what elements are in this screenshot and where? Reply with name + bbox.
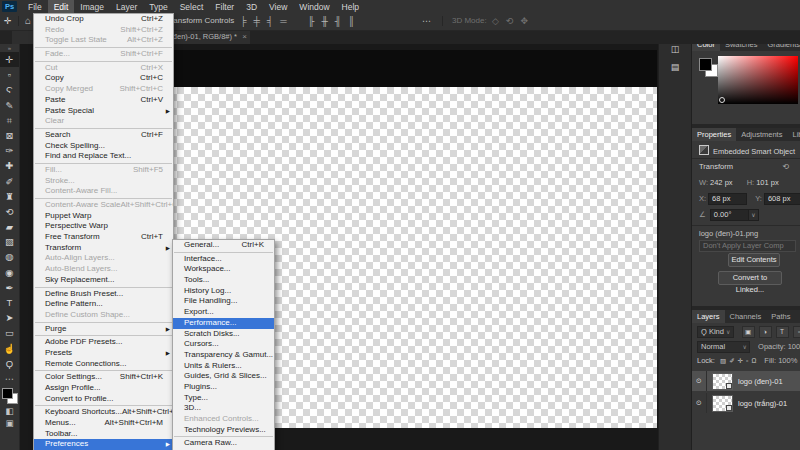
frame-tool[interactable]: ⊠ [0, 128, 19, 143]
eraser-tool[interactable]: ▰ [0, 219, 19, 234]
align-top-icon[interactable]: ═ [280, 13, 286, 29]
foreground-color-swatch[interactable] [699, 58, 712, 71]
collapsed-panel-icon-2[interactable]: ▤ [671, 62, 680, 72]
menu-item[interactable]: Redo Shift+Ctrl+Z [34, 25, 173, 36]
submenu-item[interactable]: Scratch Disks... [173, 329, 274, 340]
convert-to-linked-button[interactable]: Convert to Linked... [718, 271, 782, 285]
menu-bar-item[interactable]: Image [74, 0, 110, 13]
menu-item[interactable]: Fill... Shift+F5 [34, 165, 173, 176]
menu-item[interactable]: Paste Ctrl+V [34, 95, 173, 106]
kind-filter-select[interactable]: Ϙ Kind ∨ [697, 326, 734, 338]
menu-item[interactable]: Assign Profile... [34, 383, 173, 394]
filter-type-icon[interactable]: T [776, 326, 789, 338]
layer-thumbnail[interactable] [712, 373, 733, 390]
menu-item[interactable]: Search Ctrl+F [34, 130, 173, 141]
menu-bar-item[interactable]: Select [174, 0, 210, 13]
submenu-item[interactable]: Units & Rulers... [173, 361, 274, 372]
edit-contents-button[interactable]: Edit Contents [728, 253, 780, 267]
menu-item[interactable]: Keyboard Shortcuts... Alt+Shift+Ctrl+K [34, 407, 173, 418]
move-tool[interactable]: ✛ [0, 52, 19, 67]
lock-position-icon[interactable]: ✛ [738, 357, 743, 365]
3d-roll-icon[interactable]: ⟲ [506, 13, 514, 29]
healing-brush-tool[interactable]: ✚ [0, 158, 19, 173]
lasso-tool[interactable]: Ϛ [0, 82, 19, 97]
blend-mode-select[interactable]: Normal∨ [697, 341, 750, 353]
marquee-tool[interactable]: ▫ [0, 67, 19, 82]
saturation-brightness-picker[interactable] [718, 56, 798, 104]
menu-bar-item[interactable]: Help [336, 0, 365, 13]
menu-item[interactable]: Content-Aware Fill... [34, 186, 173, 197]
menu-item[interactable]: Remote Connections... [34, 359, 173, 370]
panel-tab[interactable]: Channels [725, 310, 767, 323]
distribute-left-icon[interactable]: ╟ [308, 13, 314, 29]
fill-control[interactable]: Fill: 100% [764, 356, 797, 365]
zoom-tool[interactable]: Ϙ [0, 356, 19, 371]
menu-item[interactable]: Define Custom Shape... [34, 310, 173, 321]
collapse-toolbar-icon[interactable]: » [8, 44, 11, 52]
angle-field[interactable]: 0.00° [710, 209, 749, 221]
menu-item[interactable]: Auto-Align Layers... [34, 253, 173, 264]
gradient-tool[interactable]: ▧ [0, 234, 19, 249]
menu-item[interactable]: Find and Replace Text... [34, 151, 173, 162]
panel-tab[interactable]: Adjustments [736, 128, 787, 141]
menu-bar-item[interactable]: Filter [209, 0, 240, 13]
menu-item[interactable]: Cut Ctrl+X [34, 63, 173, 74]
menu-item[interactable]: Stroke... [34, 176, 173, 187]
quick-mask-icon[interactable]: ◧ [0, 405, 19, 417]
pen-tool[interactable]: ✒ [0, 280, 19, 295]
filter-adjustment-icon[interactable]: ◑ [759, 326, 772, 338]
menu-item[interactable]: Toggle Last State Alt+Ctrl+Z [34, 35, 173, 46]
menu-item[interactable]: Adobe PDF Presets... [34, 337, 173, 348]
menu-item[interactable]: Check Spelling... [34, 141, 173, 152]
submenu-item[interactable]: Performance... [173, 318, 274, 329]
logo (đen)-01[interactable]: ⊙ logo (đen)-01 [692, 371, 800, 391]
type-tool[interactable]: T [0, 295, 19, 310]
menu-item[interactable]: Clear [34, 116, 173, 127]
menu-bar-item[interactable]: View [263, 0, 293, 13]
panel-tab[interactable]: Paths [766, 310, 795, 323]
submenu-item[interactable]: Plugins... [173, 382, 274, 393]
edit-toolbar-button[interactable]: ⋯ [0, 371, 19, 386]
menu-item[interactable]: Color Settings... Shift+Ctrl+K [34, 372, 173, 383]
menu-item[interactable]: Paste Special ▶ [34, 106, 173, 117]
menu-bar-item[interactable]: Type [143, 0, 173, 13]
menu-item[interactable]: Convert to Profile... [34, 394, 173, 405]
submenu-item[interactable]: History Log... [173, 286, 274, 297]
panel-tab[interactable]: Libraries [787, 128, 800, 141]
blur-tool[interactable]: ◍ [0, 249, 19, 264]
layer-thumbnail[interactable] [712, 395, 733, 412]
3d-pan-icon[interactable]: ✥ [520, 13, 528, 29]
close-icon[interactable]: × [242, 30, 247, 44]
home-icon[interactable]: ⌂ [25, 13, 31, 29]
menu-item[interactable]: Presets ▶ [34, 348, 173, 359]
menu-item[interactable]: Preferences ▶ [34, 439, 173, 450]
menu-item[interactable]: Free Transform Ctrl+T [34, 232, 173, 243]
menu-item[interactable]: Define Pattern... [34, 299, 173, 310]
panel-tab[interactable]: Layers [692, 310, 725, 323]
menu-bar-item[interactable]: Window [293, 0, 335, 13]
menu-item[interactable]: Content-Aware Scale Alt+Shift+Ctrl+C [34, 200, 173, 211]
lock-pixels-icon[interactable]: ✐ [729, 357, 734, 365]
lock-all-icon[interactable]: Ω [751, 357, 756, 365]
menu-item[interactable]: Toolbar... [34, 429, 173, 440]
logo (trắng)-01[interactable]: ⊙ logo (trắng)-01 [692, 393, 800, 413]
visibility-eye-icon[interactable]: ⊙ [692, 393, 707, 413]
submenu-item[interactable]: General... Ctrl+K [173, 240, 274, 251]
distribute-vertical-icon[interactable]: ║ [348, 13, 354, 29]
menu-item[interactable]: Transform ▶ [34, 243, 173, 254]
distribute-right-icon[interactable]: ╢ [335, 13, 341, 29]
menu-item[interactable]: Puppet Warp [34, 211, 173, 222]
menu-item[interactable]: Purge ▶ [34, 324, 173, 335]
menu-bar-item[interactable]: Layer [110, 0, 143, 13]
submenu-item[interactable]: Type... [173, 393, 274, 404]
submenu-item[interactable]: 3D... [173, 403, 274, 414]
submenu-item[interactable]: Interface... [173, 254, 274, 265]
panel-tab[interactable]: Properties [692, 128, 736, 141]
crop-tool[interactable]: ⌗ [0, 113, 19, 128]
opacity-control[interactable]: Opacity: 100% [758, 342, 800, 351]
x-position-field[interactable]: 68 px [708, 193, 747, 205]
menu-item[interactable]: Fade... Shift+Ctrl+F [34, 49, 173, 60]
reset-transform-icon[interactable]: ⟲ [782, 162, 789, 171]
history-brush-tool[interactable]: ⟲ [0, 204, 19, 219]
submenu-item[interactable]: Enhanced Controls... [173, 414, 274, 425]
